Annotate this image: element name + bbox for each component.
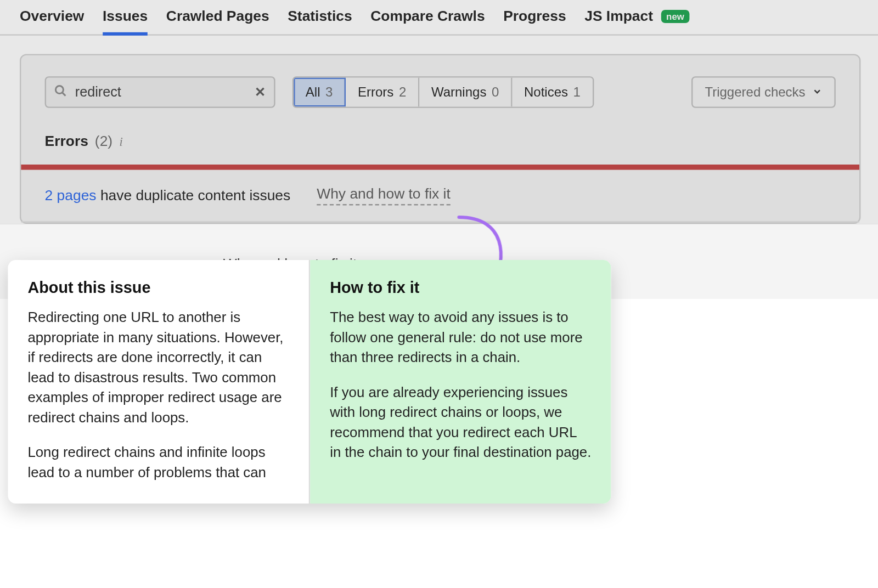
tab-compare-crawls[interactable]: Compare Crawls — [370, 8, 485, 34]
search-value: redirect — [75, 84, 255, 100]
issue-row-duplicate-content: 2 pages have duplicate content issues Wh… — [21, 170, 859, 223]
popup-about-body1: Redirecting one URL to another is approp… — [27, 307, 289, 428]
filter-notices-count: 1 — [573, 84, 581, 100]
popup-about-column: About this issue Redirecting one URL to … — [8, 260, 310, 504]
filter-group: All 3 Errors 2 Warnings 0 Notices 1 — [292, 76, 594, 108]
tab-progress[interactable]: Progress — [503, 8, 566, 34]
issue-text-duplicate: have duplicate content issues — [97, 187, 291, 203]
errors-title: Errors — [45, 133, 88, 150]
svg-point-0 — [55, 86, 63, 93]
issues-panel: redirect ✕ All 3 Errors 2 Warnings 0 — [20, 54, 860, 224]
filter-errors-label: Errors — [358, 84, 393, 100]
main-tabs: Overview Issues Crawled Pages Statistics… — [0, 0, 878, 36]
errors-count: (2) — [95, 133, 112, 150]
filter-errors[interactable]: Errors 2 — [346, 78, 419, 107]
tab-overview[interactable]: Overview — [20, 8, 84, 34]
triggered-checks-label: Triggered checks — [705, 84, 805, 100]
filter-notices-label: Notices — [524, 84, 568, 100]
triggered-checks-button[interactable]: Triggered checks — [691, 76, 835, 108]
issue-help-popup: About this issue Redirecting one URL to … — [8, 260, 611, 504]
filter-errors-count: 2 — [399, 84, 406, 100]
popup-fix-body1: The best way to avoid any issues is to f… — [330, 307, 591, 368]
filter-notices[interactable]: Notices 1 — [512, 78, 592, 107]
issue-link-pages[interactable]: 2 pages — [45, 187, 97, 203]
popup-fix-column: How to fix it The best way to avoid any … — [310, 260, 611, 504]
filter-warnings[interactable]: Warnings 0 — [419, 78, 512, 107]
popup-fix-body2: If you are already experiencing issues w… — [330, 382, 591, 462]
chevron-down-icon — [812, 84, 823, 100]
popup-about-title: About this issue — [27, 279, 289, 297]
clear-search-icon[interactable]: ✕ — [255, 84, 266, 100]
info-icon[interactable]: i — [119, 134, 123, 149]
new-badge: new — [661, 10, 690, 23]
search-input[interactable]: redirect ✕ — [45, 76, 275, 108]
filter-warnings-count: 0 — [492, 84, 499, 100]
filter-warnings-label: Warnings — [431, 84, 486, 100]
tab-js-impact[interactable]: JS Impact new — [584, 8, 689, 34]
errors-severity-bar — [21, 165, 859, 170]
search-icon — [54, 84, 67, 100]
fix-link-duplicate[interactable]: Why and how to fix it — [317, 185, 451, 205]
errors-section-header: Errors (2) i — [21, 121, 859, 165]
popup-fix-title: How to fix it — [330, 279, 591, 297]
filter-all-count: 3 — [325, 84, 333, 100]
tab-issues[interactable]: Issues — [103, 8, 148, 34]
svg-line-1 — [62, 92, 65, 95]
tab-crawled-pages[interactable]: Crawled Pages — [166, 8, 269, 34]
tab-statistics[interactable]: Statistics — [288, 8, 352, 34]
filter-all-label: All — [306, 84, 320, 100]
tab-js-impact-label: JS Impact — [584, 8, 653, 24]
filter-all[interactable]: All 3 — [294, 78, 346, 107]
popup-about-body2: Long redirect chains and infinite loops … — [27, 443, 289, 483]
